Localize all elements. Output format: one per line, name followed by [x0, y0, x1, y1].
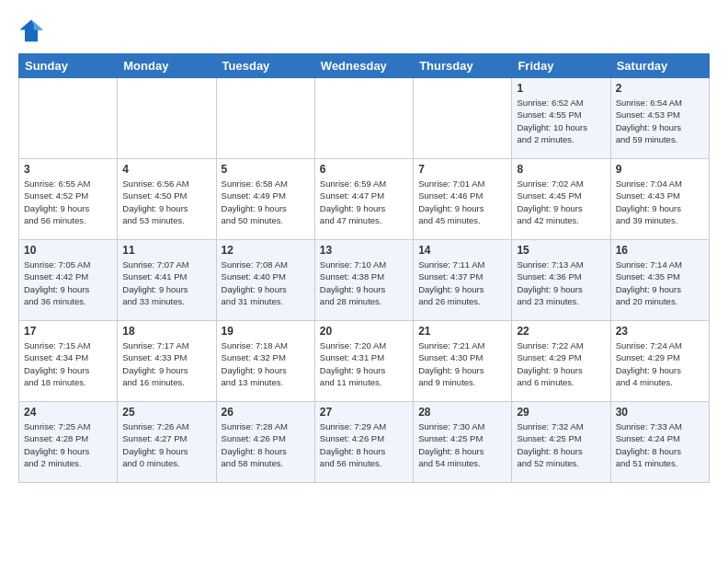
day-number: 7 [418, 163, 506, 176]
day-number: 3 [24, 163, 112, 176]
cell-info: Sunrise: 7:24 AM Sunset: 4:29 PM Dayligh… [616, 339, 704, 388]
cell-info: Sunrise: 7:02 AM Sunset: 4:45 PM Dayligh… [517, 178, 605, 226]
week-row-1: 1Sunrise: 6:52 AM Sunset: 4:55 PM Daylig… [19, 78, 710, 159]
day-number: 14 [418, 244, 506, 257]
page: SundayMondayTuesdayWednesdayThursdayFrid… [0, 0, 728, 492]
calendar-header: SundayMondayTuesdayWednesdayThursdayFrid… [19, 54, 710, 78]
calendar-cell: 28Sunrise: 7:30 AM Sunset: 4:25 PM Dayli… [414, 402, 512, 483]
calendar-cell: 14Sunrise: 7:11 AM Sunset: 4:37 PM Dayli… [414, 240, 512, 321]
day-number: 28 [418, 406, 506, 419]
calendar-cell: 15Sunrise: 7:13 AM Sunset: 4:36 PM Dayli… [512, 240, 610, 321]
cell-info: Sunrise: 7:32 AM Sunset: 4:25 PM Dayligh… [517, 420, 605, 469]
cell-info: Sunrise: 7:28 AM Sunset: 4:26 PM Dayligh… [222, 420, 310, 469]
cell-info: Sunrise: 7:01 AM Sunset: 4:46 PM Dayligh… [418, 178, 506, 226]
cell-info: Sunrise: 7:11 AM Sunset: 4:37 PM Dayligh… [418, 259, 506, 307]
day-number: 9 [616, 163, 704, 176]
cell-info: Sunrise: 6:54 AM Sunset: 4:53 PM Dayligh… [616, 97, 704, 145]
calendar-table: SundayMondayTuesdayWednesdayThursdayFrid… [18, 53, 710, 483]
day-number: 12 [222, 244, 310, 257]
week-row-2: 3Sunrise: 6:55 AM Sunset: 4:52 PM Daylig… [19, 159, 710, 240]
calendar-cell: 30Sunrise: 7:33 AM Sunset: 4:24 PM Dayli… [610, 402, 709, 483]
day-number: 23 [616, 325, 704, 338]
cell-info: Sunrise: 7:08 AM Sunset: 4:40 PM Dayligh… [222, 259, 310, 307]
calendar-cell: 2Sunrise: 6:54 AM Sunset: 4:53 PM Daylig… [610, 78, 709, 159]
calendar-cell: 1Sunrise: 6:52 AM Sunset: 4:55 PM Daylig… [512, 78, 610, 159]
cell-info: Sunrise: 7:22 AM Sunset: 4:29 PM Dayligh… [517, 339, 605, 388]
logo [18, 18, 48, 44]
day-number: 8 [517, 163, 605, 176]
cell-info: Sunrise: 7:29 AM Sunset: 4:26 PM Dayligh… [320, 420, 408, 469]
day-number: 22 [517, 325, 605, 338]
calendar-cell: 7Sunrise: 7:01 AM Sunset: 4:46 PM Daylig… [414, 159, 512, 240]
calendar-cell: 21Sunrise: 7:21 AM Sunset: 4:30 PM Dayli… [414, 321, 512, 402]
day-number: 26 [222, 406, 310, 419]
cell-info: Sunrise: 7:21 AM Sunset: 4:30 PM Dayligh… [418, 339, 506, 388]
svg-marker-0 [19, 19, 42, 41]
calendar-cell [19, 78, 118, 159]
calendar-cell: 16Sunrise: 7:14 AM Sunset: 4:35 PM Dayli… [610, 240, 709, 321]
logo-icon [18, 18, 44, 44]
day-number: 10 [24, 244, 112, 257]
cell-info: Sunrise: 7:30 AM Sunset: 4:25 PM Dayligh… [418, 420, 506, 469]
weekday-header-friday: Friday [512, 54, 610, 78]
calendar-cell: 6Sunrise: 6:59 AM Sunset: 4:47 PM Daylig… [314, 159, 413, 240]
day-number: 6 [320, 163, 408, 176]
cell-info: Sunrise: 7:33 AM Sunset: 4:24 PM Dayligh… [616, 420, 704, 469]
cell-info: Sunrise: 6:52 AM Sunset: 4:55 PM Dayligh… [517, 97, 605, 145]
day-number: 29 [517, 406, 605, 419]
cell-info: Sunrise: 7:26 AM Sunset: 4:27 PM Dayligh… [122, 420, 210, 469]
day-number: 25 [122, 406, 210, 419]
day-number: 16 [616, 244, 704, 257]
calendar-cell [414, 78, 512, 159]
calendar-cell: 5Sunrise: 6:58 AM Sunset: 4:49 PM Daylig… [216, 159, 314, 240]
day-number: 4 [122, 163, 210, 176]
header [18, 15, 710, 44]
calendar-cell: 13Sunrise: 7:10 AM Sunset: 4:38 PM Dayli… [314, 240, 413, 321]
cell-info: Sunrise: 7:25 AM Sunset: 4:28 PM Dayligh… [24, 420, 112, 469]
calendar-cell: 23Sunrise: 7:24 AM Sunset: 4:29 PM Dayli… [610, 321, 709, 402]
calendar-cell: 11Sunrise: 7:07 AM Sunset: 4:41 PM Dayli… [118, 240, 216, 321]
calendar-cell: 10Sunrise: 7:05 AM Sunset: 4:42 PM Dayli… [19, 240, 118, 321]
calendar-cell: 19Sunrise: 7:18 AM Sunset: 4:32 PM Dayli… [216, 321, 314, 402]
week-row-5: 24Sunrise: 7:25 AM Sunset: 4:28 PM Dayli… [19, 402, 710, 483]
calendar-cell: 26Sunrise: 7:28 AM Sunset: 4:26 PM Dayli… [216, 402, 314, 483]
day-number: 2 [616, 82, 704, 95]
weekday-header-sunday: Sunday [19, 54, 118, 78]
calendar-cell: 29Sunrise: 7:32 AM Sunset: 4:25 PM Dayli… [512, 402, 610, 483]
day-number: 5 [222, 163, 310, 176]
calendar-cell: 12Sunrise: 7:08 AM Sunset: 4:40 PM Dayli… [216, 240, 314, 321]
calendar-cell: 18Sunrise: 7:17 AM Sunset: 4:33 PM Dayli… [118, 321, 216, 402]
day-number: 24 [24, 406, 112, 419]
day-number: 1 [517, 82, 605, 95]
cell-info: Sunrise: 6:58 AM Sunset: 4:49 PM Dayligh… [222, 178, 310, 226]
cell-info: Sunrise: 7:10 AM Sunset: 4:38 PM Dayligh… [320, 259, 408, 307]
day-number: 11 [122, 244, 210, 257]
cell-info: Sunrise: 7:04 AM Sunset: 4:43 PM Dayligh… [616, 178, 704, 226]
cell-info: Sunrise: 7:07 AM Sunset: 4:41 PM Dayligh… [122, 259, 210, 307]
calendar-cell: 20Sunrise: 7:20 AM Sunset: 4:31 PM Dayli… [314, 321, 413, 402]
calendar-body: 1Sunrise: 6:52 AM Sunset: 4:55 PM Daylig… [19, 78, 710, 483]
day-number: 20 [320, 325, 408, 338]
cell-info: Sunrise: 6:55 AM Sunset: 4:52 PM Dayligh… [24, 178, 112, 226]
weekday-header-thursday: Thursday [414, 54, 512, 78]
cell-info: Sunrise: 6:56 AM Sunset: 4:50 PM Dayligh… [122, 178, 210, 226]
day-number: 21 [418, 325, 506, 338]
calendar-cell: 3Sunrise: 6:55 AM Sunset: 4:52 PM Daylig… [19, 159, 118, 240]
calendar-cell: 9Sunrise: 7:04 AM Sunset: 4:43 PM Daylig… [610, 159, 709, 240]
calendar-cell: 24Sunrise: 7:25 AM Sunset: 4:28 PM Dayli… [19, 402, 118, 483]
cell-info: Sunrise: 7:13 AM Sunset: 4:36 PM Dayligh… [517, 259, 605, 307]
weekday-header-saturday: Saturday [610, 54, 709, 78]
cell-info: Sunrise: 7:17 AM Sunset: 4:33 PM Dayligh… [122, 339, 210, 388]
weekday-header-tuesday: Tuesday [216, 54, 314, 78]
week-row-4: 17Sunrise: 7:15 AM Sunset: 4:34 PM Dayli… [19, 321, 710, 402]
cell-info: Sunrise: 7:20 AM Sunset: 4:31 PM Dayligh… [320, 339, 408, 388]
calendar-cell [118, 78, 216, 159]
calendar-cell: 25Sunrise: 7:26 AM Sunset: 4:27 PM Dayli… [118, 402, 216, 483]
day-number: 30 [616, 406, 704, 419]
cell-info: Sunrise: 7:14 AM Sunset: 4:35 PM Dayligh… [616, 259, 704, 307]
day-number: 19 [222, 325, 310, 338]
cell-info: Sunrise: 7:15 AM Sunset: 4:34 PM Dayligh… [24, 339, 112, 388]
calendar-cell: 4Sunrise: 6:56 AM Sunset: 4:50 PM Daylig… [118, 159, 216, 240]
week-row-3: 10Sunrise: 7:05 AM Sunset: 4:42 PM Dayli… [19, 240, 710, 321]
calendar-cell: 17Sunrise: 7:15 AM Sunset: 4:34 PM Dayli… [19, 321, 118, 402]
